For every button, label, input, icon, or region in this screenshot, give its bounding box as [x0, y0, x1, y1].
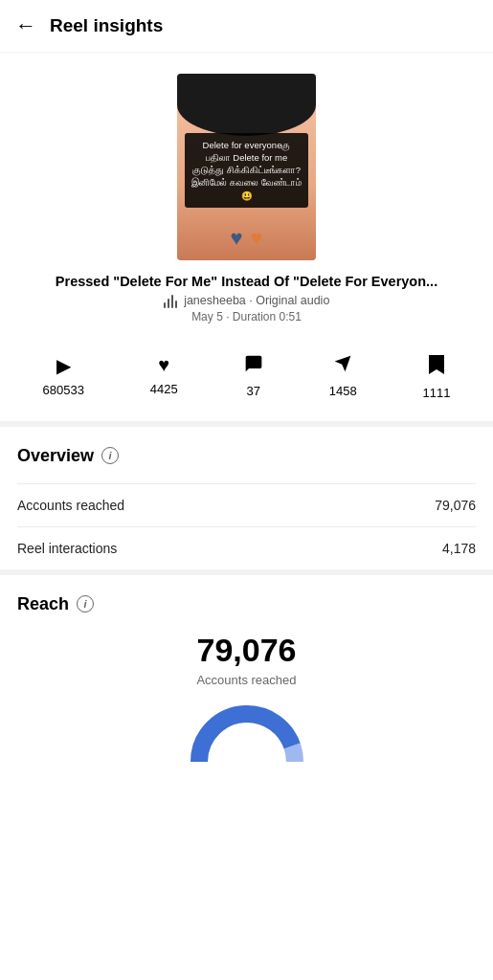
stat-plays: ▶680533 — [42, 354, 83, 397]
stat-saves: 1111 — [423, 354, 451, 400]
reach-info-icon[interactable]: i — [77, 595, 94, 612]
overview-row: Accounts reached79,076 — [17, 483, 476, 526]
reel-title: Pressed "Delete For Me" Instead Of "Dele… — [36, 274, 457, 289]
shares-icon — [333, 354, 352, 378]
overview-section: Overview i Accounts reached79,076Reel in… — [0, 427, 493, 575]
overview-row-value: 4,178 — [442, 541, 476, 556]
saves-value: 1111 — [423, 386, 451, 400]
shares-value: 1458 — [329, 384, 357, 398]
overview-title: Overview — [17, 446, 94, 466]
orange-heart-icon: ♥ — [251, 226, 263, 251]
stat-likes: ♥4425 — [150, 354, 178, 396]
reach-subtitle: Accounts reached — [17, 673, 476, 687]
overview-row-label: Accounts reached — [17, 498, 124, 513]
saves-icon — [428, 354, 445, 380]
reel-thumbnail[interactable]: Delete for everyoneகு பதிலா Delete for m… — [177, 74, 316, 260]
audio-bars-icon — [164, 295, 177, 308]
stats-row: ▶680533♥44253714581111 — [0, 333, 493, 427]
stat-comments: 37 — [244, 354, 263, 398]
stat-shares: 1458 — [329, 354, 357, 398]
reach-title: Reach — [17, 594, 69, 614]
reel-date: May 5 · Duration 0:51 — [191, 310, 302, 323]
plays-icon: ▶ — [56, 354, 71, 377]
likes-icon: ♥ — [158, 354, 169, 376]
thumbnail-section: Delete for everyoneகு பதிலா Delete for m… — [0, 53, 493, 333]
back-button[interactable]: ← — [15, 13, 36, 38]
reach-big-number: 79,076 — [17, 632, 476, 669]
overview-info-icon[interactable]: i — [101, 447, 119, 464]
likes-value: 4425 — [150, 382, 178, 396]
overview-header: Overview i — [17, 446, 476, 466]
plays-value: 680533 — [42, 383, 83, 397]
overview-row-value: 79,076 — [435, 498, 476, 513]
comments-icon — [244, 354, 263, 378]
overview-row: Reel interactions4,178 — [17, 526, 476, 569]
reach-pie-chart — [17, 704, 476, 762]
reel-audio-meta: janesheeba · Original audio — [164, 294, 330, 308]
blue-heart-icon: ♥ — [230, 226, 242, 251]
overlay-text: Delete for everyoneகு பதிலா Delete for m… — [185, 133, 308, 208]
comments-value: 37 — [247, 384, 260, 398]
overview-row-label: Reel interactions — [17, 541, 117, 556]
header: ← Reel insights — [0, 0, 493, 53]
reach-header: Reach i — [17, 594, 476, 614]
page-title: Reel insights — [50, 15, 163, 36]
reach-section: Reach i 79,076 Accounts reached — [0, 575, 493, 771]
heart-decorations: ♥ ♥ — [177, 226, 316, 251]
